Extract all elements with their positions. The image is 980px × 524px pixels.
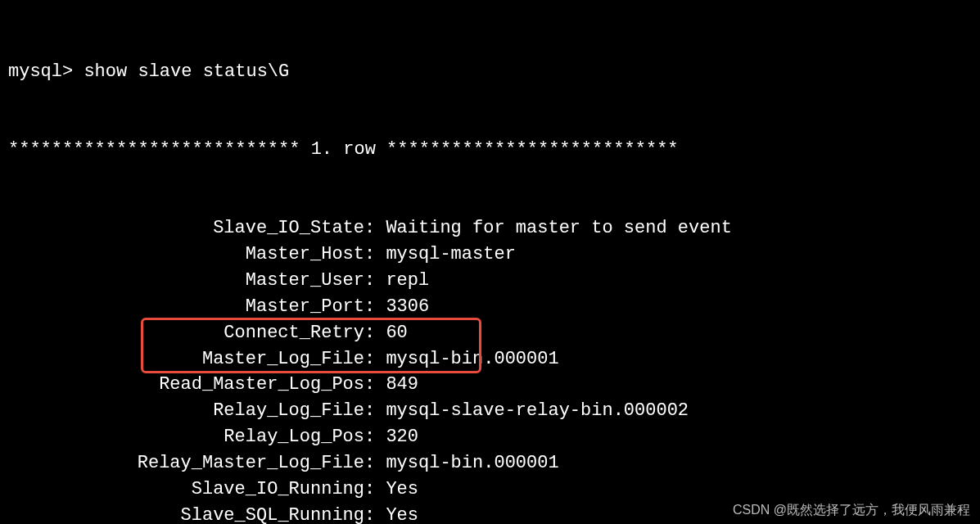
status-value: 320 [386,427,418,447]
mysql-prompt: mysql> [8,61,84,82]
colon-separator: : [364,218,386,238]
status-value: mysql-bin.000001 [386,453,558,473]
status-row: Relay_Master_Log_File: mysql-bin.000001 [8,450,972,477]
status-row: Master_Port: 3306 [8,294,972,320]
status-value: Yes [386,505,418,524]
status-row: Master_Host: mysql-master [8,242,972,268]
status-value: mysql-master [386,244,515,264]
status-label: Relay_Log_File [8,398,364,424]
status-label: Relay_Log_Pos [8,424,364,450]
status-label: Master_Port [8,294,364,320]
status-label: Connect_Retry [8,320,364,346]
status-label: Slave_IO_State [8,215,364,242]
colon-separator: : [364,479,386,499]
status-row: Slave_IO_Running: Yes [8,477,972,503]
status-label: Slave_IO_Running [8,477,364,503]
status-row: Master_Log_File: mysql-bin.000001 [8,346,972,373]
status-label: Relay_Master_Log_File [8,450,364,477]
colon-separator: : [364,244,386,264]
row-sep-right: *************************** [376,139,679,160]
row-number: 1. row [311,139,376,160]
status-row: Master_User: repl [8,268,972,294]
status-row: Relay_Log_File: mysql-slave-relay-bin.00… [8,398,972,424]
colon-separator: : [364,270,386,291]
command-line[interactable]: mysql> show slave status\G [8,59,972,85]
status-value: Waiting for master to send event [386,218,731,238]
status-value: mysql-bin.000001 [386,349,558,369]
colon-separator: : [364,453,386,473]
colon-separator: : [364,323,386,343]
status-row: Relay_Log_Pos: 320 [8,424,972,450]
status-label: Read_Master_Log_Pos [8,372,364,398]
colon-separator: : [364,400,386,421]
status-value: mysql-slave-relay-bin.000002 [386,400,689,421]
colon-separator: : [364,427,386,447]
status-row: Connect_Retry: 60 [8,320,972,346]
command-text: show slave status\G [84,61,289,82]
status-value: 849 [386,374,418,395]
row-header: *************************** 1. row *****… [8,137,972,163]
status-label: Master_Log_File [8,346,364,373]
status-row: Slave_IO_State: Waiting for master to se… [8,215,972,242]
status-value: Yes [386,479,418,499]
status-rows: Slave_IO_State: Waiting for master to se… [8,215,972,524]
terminal-output: mysql> show slave status\G *************… [8,7,972,524]
status-label: Master_Host [8,242,364,268]
status-row: Read_Master_Log_Pos: 849 [8,372,972,398]
colon-separator: : [364,505,386,524]
watermark: CSDN @既然选择了远方，我便风雨兼程 [733,500,970,519]
colon-separator: : [364,374,386,395]
status-label: Slave_SQL_Running [8,503,364,524]
status-value: 3306 [386,296,429,317]
colon-separator: : [364,296,386,317]
row-sep-left: *************************** [8,139,311,160]
status-label: Master_User [8,268,364,294]
status-value: 60 [386,323,407,343]
colon-separator: : [364,349,386,369]
status-value: repl [386,270,429,291]
